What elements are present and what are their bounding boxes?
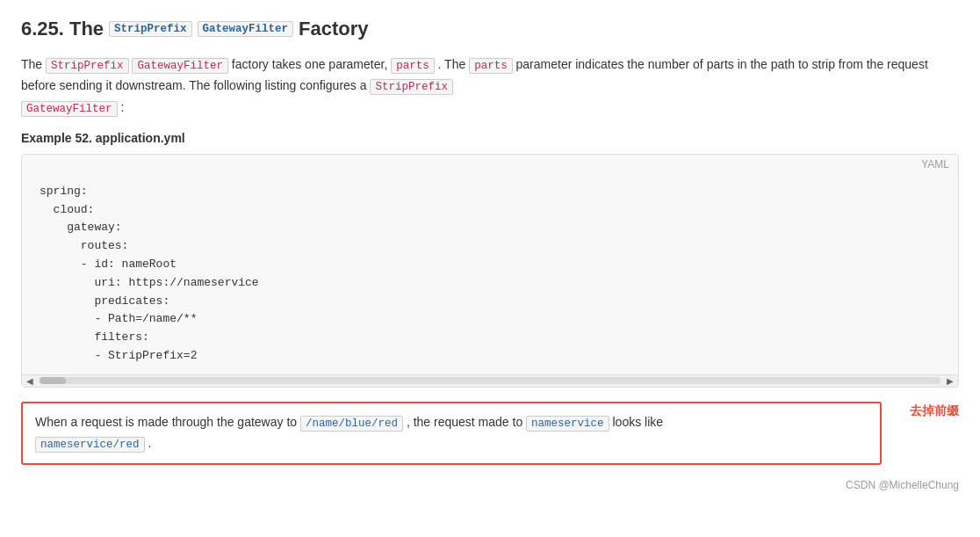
highlight-text4: . <box>148 436 151 450</box>
body-badge-gatewayfilter: GatewayFilter <box>132 58 228 74</box>
highlight-badge1: /name/blue/red <box>300 416 403 432</box>
code-block-header: YAML <box>22 155 958 174</box>
heading-prefix: 6.25. <box>21 18 64 40</box>
body-badge-parts2: parts <box>469 58 513 74</box>
page-heading: 6.25. The StripPrefix GatewayFilter Fact… <box>21 18 959 40</box>
highlight-text2: , the request made to <box>407 415 522 429</box>
body-paragraph: The StripPrefix GatewayFilter factory ta… <box>21 54 959 119</box>
scroll-track[interactable] <box>40 377 940 384</box>
highlight-text1: When a request is made through the gatew… <box>35 415 297 429</box>
scroll-right-arrow[interactable]: ▶ <box>944 374 956 387</box>
body-badge-stripprefix: StripPrefix <box>46 58 129 74</box>
highlight-text3: looks like <box>613 415 664 429</box>
heading-suffix: Factory <box>299 18 368 40</box>
highlight-content: When a request is made through the gatew… <box>35 412 868 455</box>
body-text5: : <box>120 100 124 114</box>
body-text3: . The <box>438 57 466 71</box>
body-badge-strip2: StripPrefix <box>370 79 453 95</box>
body-badge-parts1: parts <box>391 58 435 74</box>
highlight-badge4: nameservice/red <box>35 437 145 453</box>
body-text1: The <box>21 57 42 71</box>
example-title: Example 52. application.yml <box>21 131 959 145</box>
code-block: YAML spring: cloud: gateway: routes: - i… <box>21 154 959 388</box>
scroll-left-arrow[interactable]: ◀ <box>24 374 36 387</box>
code-scroll-area[interactable]: spring: cloud: gateway: routes: - id: na… <box>22 174 958 374</box>
heading-the: The <box>69 18 104 40</box>
body-badge-gateway2: GatewayFilter <box>21 101 118 117</box>
highlight-box: When a request is made through the gatew… <box>21 402 882 466</box>
heading-badge1: StripPrefix <box>109 21 192 37</box>
horizontal-scrollbar[interactable]: ◀ ▶ <box>22 374 958 387</box>
footer: CSDN @MichelleChung <box>21 479 959 491</box>
heading-badge2: GatewayFilter <box>198 21 294 37</box>
scroll-thumb[interactable] <box>40 377 66 384</box>
highlight-badge2: nameservice <box>526 416 609 432</box>
code-content: spring: cloud: gateway: routes: - id: na… <box>40 183 940 366</box>
body-text2: factory takes one parameter, <box>232 57 387 71</box>
side-label: 去掉前缀 <box>910 402 959 419</box>
code-lang-label: YAML <box>921 158 949 171</box>
